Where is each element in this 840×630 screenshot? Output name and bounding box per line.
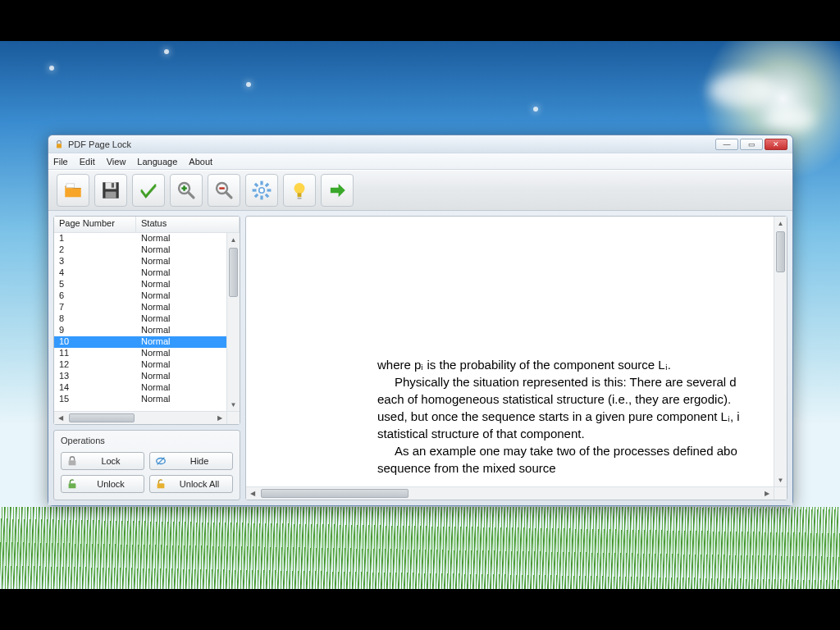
table-row[interactable]: 5Normal [54, 279, 226, 290]
cell-page-number: 12 [54, 359, 136, 371]
col-page-number[interactable]: Page Number [54, 217, 136, 232]
cell-status: Normal [136, 256, 226, 267]
cell-status: Normal [136, 382, 226, 394]
menu-about[interactable]: About [189, 157, 212, 167]
zoom-in-button[interactable] [170, 174, 203, 207]
scroll-right-icon[interactable]: ▶ [213, 412, 226, 424]
menu-view[interactable]: View [107, 157, 126, 167]
scroll-thumb[interactable] [69, 413, 135, 422]
sparkle [533, 107, 538, 112]
table-row[interactable]: 8Normal [54, 313, 226, 325]
table-row[interactable]: 7Normal [54, 302, 226, 313]
table-row[interactable]: 12Normal [54, 359, 226, 371]
scroll-down-icon[interactable]: ▼ [227, 398, 240, 411]
open-button[interactable] [57, 174, 89, 207]
table-row[interactable]: 9Normal [54, 325, 226, 336]
sparkle [246, 82, 251, 87]
scroll-up-icon[interactable]: ▲ [774, 217, 787, 230]
cell-page-number: 15 [54, 394, 136, 405]
cell-page-number: 1 [54, 233, 136, 244]
table-row[interactable]: 13Normal [54, 371, 226, 382]
sparkle [164, 49, 169, 54]
settings-button[interactable] [245, 174, 278, 207]
page-list-header[interactable]: Page Number Status [54, 217, 240, 233]
unlock-label: Unlock [83, 479, 139, 489]
menu-language[interactable]: Language [137, 157, 177, 167]
titlebar[interactable]: PDF Page Lock — ▭ ✕ [48, 135, 792, 153]
go-button[interactable] [321, 174, 354, 207]
window-title: PDF Page Lock [68, 139, 131, 149]
hide-icon [155, 455, 167, 467]
unlock-button[interactable]: Unlock [61, 475, 144, 493]
lock-icon [66, 455, 78, 467]
table-row[interactable]: 10Normal [54, 336, 226, 348]
page-list-hscroll[interactable]: ◀ ▶ [54, 411, 226, 424]
scroll-down-icon[interactable]: ▼ [774, 473, 787, 486]
cell-status: Normal [136, 325, 226, 336]
doc-line: Physically the situation represented is … [377, 373, 774, 390]
table-row[interactable]: 3Normal [54, 256, 226, 267]
lock-button[interactable]: Lock [61, 452, 144, 470]
scroll-left-icon[interactable]: ◀ [54, 412, 67, 424]
zoom-out-button[interactable] [208, 174, 240, 207]
scroll-thumb[interactable] [261, 489, 409, 498]
table-row[interactable]: 2Normal [54, 244, 226, 256]
cell-status: Normal [136, 348, 226, 359]
table-row[interactable]: 11Normal [54, 348, 226, 359]
close-button[interactable]: ✕ [765, 139, 788, 150]
scroll-thumb[interactable] [229, 248, 238, 297]
cell-status: Normal [136, 336, 226, 348]
cell-status: Normal [136, 267, 226, 279]
minimize-button[interactable]: — [715, 139, 738, 150]
svg-rect-29 [69, 483, 76, 488]
operations-title: Operations [61, 436, 233, 445]
preview-hscroll[interactable]: ◀ ▶ [246, 486, 774, 500]
table-row[interactable]: 6Normal [54, 290, 226, 302]
doc-line: As an example one may take two of the pr… [377, 442, 774, 459]
cell-page-number: 9 [54, 325, 136, 336]
cell-page-number: 3 [54, 256, 136, 267]
scroll-right-icon[interactable]: ▶ [760, 487, 774, 500]
cell-page-number: 8 [54, 313, 136, 325]
menu-file[interactable]: File [53, 157, 68, 167]
apply-button[interactable] [132, 174, 165, 207]
scroll-corner [774, 486, 787, 500]
maximize-button[interactable]: ▭ [740, 139, 763, 150]
table-row[interactable]: 14Normal [54, 382, 226, 394]
doc-line: where pᵢ is the probability of the compo… [377, 356, 774, 373]
scroll-left-icon[interactable]: ◀ [246, 487, 259, 500]
svg-rect-3 [106, 182, 116, 189]
cell-status: Normal [136, 359, 226, 371]
svg-rect-25 [298, 197, 302, 199]
hide-button[interactable]: Hide [149, 452, 233, 470]
hint-button[interactable] [283, 174, 316, 207]
pdf-preview[interactable]: where pᵢ is the probability of the compo… [245, 216, 788, 500]
unlock-all-button[interactable]: Unlock All [149, 475, 233, 493]
app-icon [53, 139, 65, 150]
svg-rect-30 [158, 483, 165, 488]
svg-rect-4 [106, 191, 116, 198]
svg-point-23 [294, 183, 305, 194]
menu-bar: File Edit View Language About [48, 153, 792, 170]
svg-line-11 [226, 192, 231, 198]
scroll-thumb[interactable] [776, 231, 785, 272]
cell-status: Normal [136, 394, 226, 405]
svg-rect-0 [57, 144, 62, 148]
cell-page-number: 13 [54, 371, 136, 382]
preview-vscroll[interactable]: ▲ ▼ [774, 217, 787, 486]
col-status[interactable]: Status [136, 217, 240, 232]
unlock-icon [66, 478, 78, 490]
svg-line-7 [188, 192, 194, 198]
table-row[interactable]: 4Normal [54, 267, 226, 279]
svg-rect-26 [69, 460, 76, 465]
page-list[interactable]: Page Number Status 1Normal2Normal3Normal… [53, 216, 240, 425]
table-row[interactable]: 1Normal [54, 233, 226, 244]
svg-rect-1 [66, 183, 75, 187]
page-list-vscroll[interactable]: ▲ ▼ [226, 233, 240, 411]
table-row[interactable]: 15Normal [54, 394, 226, 405]
cell-page-number: 4 [54, 267, 136, 279]
menu-edit[interactable]: Edit [80, 157, 95, 167]
scroll-up-icon[interactable]: ▲ [227, 233, 240, 246]
document-content: where pᵢ is the probability of the compo… [377, 356, 774, 477]
save-button[interactable] [94, 174, 127, 207]
